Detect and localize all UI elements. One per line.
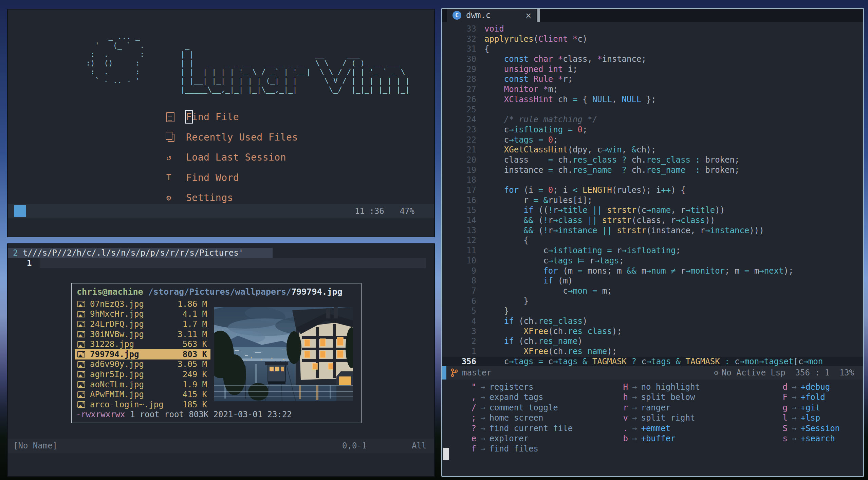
recent-files-icon <box>166 132 180 142</box>
buffer-name: [No Name] <box>13 439 57 453</box>
code-line[interactable]: 4 if (ch.res_class) <box>442 316 863 327</box>
code-line[interactable]: 27 Monitor *m; <box>442 85 863 95</box>
code-line[interactable]: 356 c→tags = c→tags & TAGMASK ? c→tags &… <box>442 357 863 367</box>
whichkey-binding[interactable]: d→+debug <box>754 382 840 392</box>
whichkey-binding[interactable]: ,→expand tags <box>442 392 573 402</box>
line-number: 18 <box>442 175 484 185</box>
whichkey-binding[interactable]: e→explorer <box>442 433 573 444</box>
whichkey-binding[interactable]: g→+git <box>754 403 840 413</box>
code-line[interactable]: 33void <box>442 24 863 34</box>
whichkey-binding[interactable]: ;→home screen <box>442 413 573 423</box>
code-text: XClassHint ch = { NULL, NULL }; <box>484 95 656 105</box>
code-line[interactable]: 20 class = ch.res_class ? ch.res_class :… <box>442 155 863 165</box>
line-number: 21 <box>442 145 484 155</box>
line-number: 31 <box>442 44 484 54</box>
code-line[interactable]: 29 unsigned int i; <box>442 64 863 75</box>
code-line[interactable]: 25 <box>442 105 863 115</box>
code-line[interactable]: 15 if ((!r→title || strstr(c→name, r→tit… <box>442 205 863 216</box>
code-line[interactable]: 16 r = &rules[i]; <box>442 196 863 206</box>
line-number: 20 <box>442 155 484 165</box>
code-line[interactable]: 2 if (ch.res_name) <box>442 336 863 347</box>
tab-dwm-c[interactable]: C dwm.c × <box>447 9 536 22</box>
file-row[interactable]: aoNcTLm.jpg1.9 M <box>75 380 210 390</box>
code-text: XGetClassHint(dpy, c→win, &ch); <box>484 145 656 155</box>
file-size: 1.86 M <box>178 299 207 309</box>
code-line[interactable]: 10 c→tags ⊨ r→tags; <box>442 256 863 266</box>
wallpaper-preview-image <box>214 307 353 401</box>
file-row[interactable]: aghr5Ip.jpg249 K <box>75 369 210 380</box>
whichkey-binding[interactable]: h→split below <box>594 392 700 402</box>
buffer-line[interactable]: 2 t///s/P//2/h/c/.l/s/n/s/p/p/s/r/r/s/Pi… <box>8 248 273 258</box>
code-line[interactable]: 17 for (i = 0; i < LENGTH(rules); i++) { <box>442 185 863 196</box>
file-row[interactable]: APwFMIM.jpg415 K <box>75 389 210 400</box>
code-line[interactable]: 31{ <box>442 44 863 54</box>
code-text: c→isfloating = 0; <box>484 125 587 135</box>
whichkey-key: d <box>754 382 788 392</box>
code-line[interactable]: 32applyrules(Client *c) <box>442 34 863 44</box>
code-line[interactable]: 5 } <box>442 306 863 316</box>
code-line[interactable]: 22 c→tags = 0; <box>442 135 863 145</box>
code-line[interactable]: 11 c→isfloating = r→isfloating; <box>442 246 863 256</box>
file-row[interactable]: 24LrDFQ.jpg1.7 M <box>75 319 210 329</box>
menu-item-recent-files[interactable]: Recently Used Files <box>166 127 370 148</box>
code-line[interactable]: 3 XFree(ch.res_class); <box>442 327 863 337</box>
code-line[interactable]: 21 XGetClassHint(dpy, c→win, &ch); <box>442 145 863 155</box>
whichkey-key: S <box>754 423 788 433</box>
whichkey-binding[interactable]: F→+fold <box>754 392 840 402</box>
line-number: 23 <box>442 125 484 135</box>
whichkey-binding[interactable]: r→ranger <box>594 403 700 413</box>
code-line[interactable]: 9 for (m = mons; m && m→num ≠ r→monitor;… <box>442 266 863 276</box>
code-line[interactable]: 8 if (m) <box>442 276 863 286</box>
file-row[interactable]: 30iNVBw.jpg3.11 M <box>75 329 210 339</box>
file-row[interactable]: arco-login~.jpg185 K <box>75 400 210 410</box>
whichkey-binding[interactable]: s→+search <box>754 433 840 444</box>
tabline: C dwm.c × <box>442 9 863 22</box>
code-line[interactable]: 6 } <box>442 296 863 307</box>
file-name: arco-login~.jpg <box>90 400 183 409</box>
settings-icon: ⚙ <box>166 193 180 203</box>
whichkey-binding[interactable]: .→+emmet <box>594 423 700 433</box>
file-row[interactable]: ad6v90y.jpg3.05 M <box>75 359 210 370</box>
whichkey-binding[interactable]: S→+Session <box>754 423 840 433</box>
whichkey-binding[interactable]: ?→find current file <box>442 423 573 433</box>
line-number: 4 <box>442 316 484 327</box>
code-line[interactable]: 19 instance = ch.res_name ? ch.res_name … <box>442 165 863 176</box>
code-line[interactable]: 14 && (!r→class || strstr(class, r→class… <box>442 216 863 226</box>
whichkey-key: g <box>754 403 788 413</box>
whichkey-binding[interactable]: b→+buffer <box>594 433 700 444</box>
whichkey-binding[interactable]: l→+lsp <box>754 413 840 423</box>
file-size: 3.05 M <box>178 359 207 369</box>
code-line[interactable]: 18 <box>442 175 863 185</box>
code-text: instance = ch.res_name ? ch.res_name : b… <box>484 165 739 176</box>
file-row[interactable]: 07nEzQ3.jpg1.86 M <box>75 299 210 309</box>
menu-item-load-session[interactable]: ↺Load Last Session <box>166 147 370 168</box>
code-line[interactable]: 13 && (!r→instance || strstr(instance, r… <box>442 226 863 236</box>
line-number: 15 <box>442 205 484 216</box>
arrow-right-icon: → <box>628 382 641 392</box>
whichkey-binding[interactable]: /→comment toggle <box>442 403 573 413</box>
whichkey-binding[interactable]: H→no highlight <box>594 382 700 392</box>
line-number: 17 <box>442 185 484 196</box>
git-branch-segment[interactable]: master <box>450 366 492 380</box>
file-row[interactable]: 799794.jpg803 K <box>75 349 210 359</box>
close-icon[interactable]: × <box>525 10 531 21</box>
code-line[interactable]: 26 XClassHint ch = { NULL, NULL }; <box>442 95 863 105</box>
file-row[interactable]: 9hMxcHr.jpg4.1 M <box>75 309 210 319</box>
whichkey-binding[interactable]: f→find files <box>442 444 573 454</box>
code-line[interactable]: 28 const Rule *r; <box>442 74 863 85</box>
whichkey-binding[interactable]: v→split right <box>594 413 700 423</box>
code-line[interactable]: 7 c→mon = m; <box>442 286 863 296</box>
whichkey-label: +lsp <box>800 413 820 423</box>
code-area[interactable]: 33void32applyrules(Client *c)31{30 const… <box>442 24 863 367</box>
whichkey-key: r <box>594 403 628 413</box>
code-line[interactable]: 1 XFree(ch.res_name); <box>442 347 863 357</box>
menu-item-find-file[interactable]: Find File <box>166 107 370 127</box>
code-line[interactable]: 30 const char *class, *instance; <box>442 54 863 64</box>
code-line[interactable]: 23 c→isfloating = 0; <box>442 125 863 135</box>
code-line[interactable]: 12 { <box>442 236 863 246</box>
whichkey-key: e <box>442 433 476 444</box>
menu-item-find-word[interactable]: TFind Word <box>166 168 370 188</box>
file-row[interactable]: 31228.jpg563 K <box>75 339 210 349</box>
code-line[interactable]: 24 /* rule matching */ <box>442 115 863 125</box>
whichkey-binding[interactable]: "→registers <box>442 382 573 392</box>
